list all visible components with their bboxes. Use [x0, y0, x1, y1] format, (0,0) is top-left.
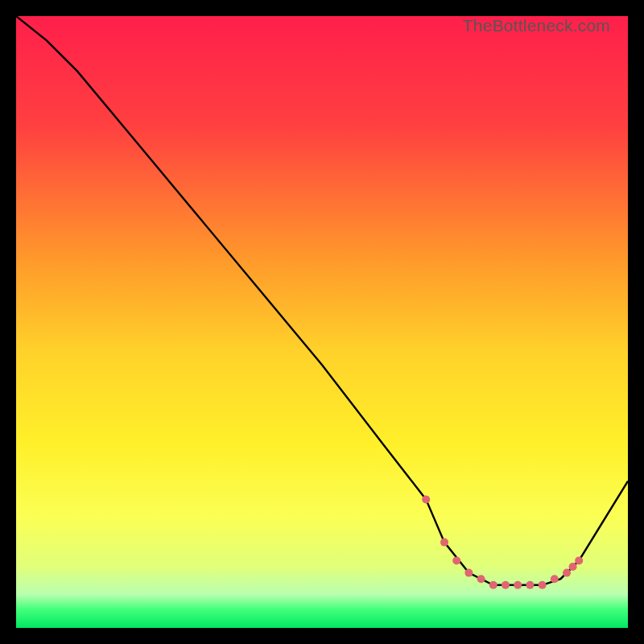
marker-dot: [422, 495, 430, 503]
marker-dot: [551, 575, 559, 583]
marker-dot: [575, 556, 583, 564]
marker-dot: [569, 563, 577, 571]
marker-dot: [489, 581, 497, 589]
marker-dot: [539, 581, 547, 589]
marker-dot: [514, 581, 522, 589]
marker-dot: [526, 581, 534, 589]
marker-dot: [440, 539, 448, 547]
marker-dot: [502, 581, 510, 589]
marker-dot: [477, 575, 485, 583]
marker-dot: [452, 556, 460, 564]
watermark-text: TheBottleneck.com: [463, 16, 610, 35]
marker-dot: [464, 569, 473, 577]
marker-dot: [563, 569, 571, 577]
chart-frame: TheBottleneck.com: [16, 16, 628, 628]
chart-svg: [16, 16, 628, 628]
